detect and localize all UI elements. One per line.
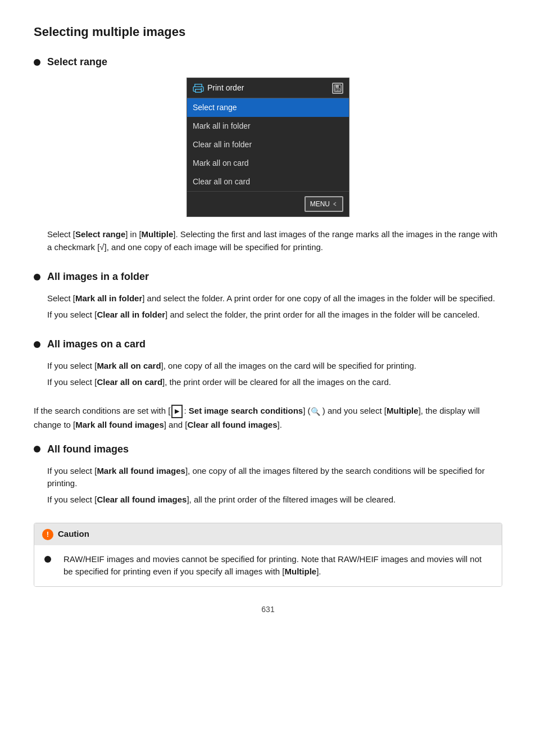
section-select-range: Select range Print order [34,55,502,253]
caution-icon: ! [42,529,53,540]
menu-title-bar: Print order [187,78,349,98]
menu-item-mark-all-card[interactable]: Mark all on card [187,154,349,173]
menu-back-icon [332,201,338,207]
section-body-select-range: Select [Select range] in [Multiple]. Sel… [47,228,502,253]
section-text-select-range: Select [Select range] in [Multiple]. Sel… [47,228,502,253]
menu-item-clear-all-folder[interactable]: Clear all in folder [187,135,349,154]
folder-text-2: If you select [Clear all in folder] and … [47,309,502,322]
caution-body: RAW/HEIF images and movies cannot be spe… [34,545,502,586]
svg-rect-4 [335,85,339,88]
play-bracket-icon: ▶ [171,405,183,418]
caution-bullet [44,556,51,563]
menu-title-icon: Print order [193,82,244,94]
menu-item-clear-all-card[interactable]: Clear all on card [187,173,349,191]
caution-text-1: RAW/HEIF images and movies cannot be spe… [63,553,492,578]
print-icon [193,84,204,93]
caution-header: ! Caution [34,523,502,545]
caution-box: ! Caution RAW/HEIF images and movies can… [34,523,502,587]
section-heading-card: All images on a card [34,337,502,352]
svg-point-6 [337,89,339,90]
menu-item-select-range[interactable]: Select range [187,98,349,117]
bullet-icon-folder [34,274,40,280]
found-text-1: If you select [Mark all found images], o… [47,465,502,490]
search-conditions-icon: 🔍 [311,407,320,416]
menu-item-mark-all-folder[interactable]: Mark all in folder [187,117,349,135]
section-all-found-images: All found images If you select [Mark all… [34,442,502,506]
menu-footer: MENU [187,191,349,216]
menu-screenshot: Print order Select range Mark all in fol… [187,78,349,217]
card-text-1: If you select [Mark all on card], one co… [47,360,502,373]
card-text-2: If you select [Clear all on card], the p… [47,376,502,389]
page-number: 631 [34,604,502,615]
section-all-images-card: All images on a card If you select [Mark… [34,337,502,388]
caution-item-1: RAW/HEIF images and movies cannot be spe… [44,553,492,578]
bullet-icon-found [34,446,40,452]
menu-button[interactable]: MENU [305,196,343,212]
bullet-icon-card [34,341,40,348]
info-note: If the search conditions are set with [▶… [34,404,502,432]
svg-rect-1 [196,89,202,92]
section-heading-found: All found images [34,442,502,457]
bullet-icon-select-range [34,59,40,66]
found-text-2: If you select [Clear all found images], … [47,494,502,506]
section-all-images-folder: All images in a folder Select [Mark all … [34,269,502,321]
page-title: Selecting multiple images [34,22,502,41]
section-body-card: If you select [Mark all on card], one co… [47,360,502,388]
svg-point-2 [201,88,202,89]
section-body-folder: Select [Mark all in folder] and select t… [47,292,502,321]
folder-text-1: Select [Mark all in folder] and select t… [47,292,502,305]
section-heading-select-range: Select range [34,55,502,70]
section-body-found: If you select [Mark all found images], o… [47,465,502,506]
menu-title-text: Print order [207,82,244,94]
section-heading-folder: All images in a folder [34,269,502,284]
disk-icon [332,83,343,94]
